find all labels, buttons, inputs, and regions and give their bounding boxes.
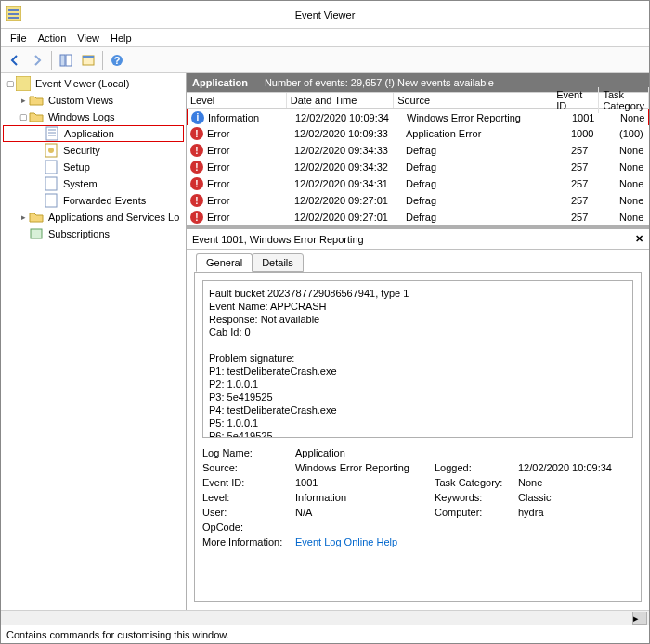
svg-rect-18	[46, 177, 57, 190]
field-label: Log Name:	[202, 447, 295, 458]
tree-system[interactable]: System	[3, 175, 184, 192]
title-bar: Event Viewer	[1, 1, 649, 29]
svg-rect-20	[31, 229, 42, 238]
folder-icon	[29, 109, 44, 124]
event-fields: Log Name: Application Source: Windows Er…	[202, 447, 633, 547]
field-value: Information	[295, 492, 435, 503]
tree-root[interactable]: ▢ Event Viewer (Local)	[3, 75, 184, 92]
menu-help[interactable]: Help	[105, 31, 137, 45]
scroll-right-icon[interactable]: ▸	[632, 612, 647, 625]
tree-forwarded[interactable]: Forwarded Events	[3, 192, 184, 209]
field-label: Task Category:	[435, 477, 518, 488]
toolbar: ?	[1, 47, 649, 73]
tree-apps-services[interactable]: ▸ Applications and Services Lo	[3, 209, 184, 225]
svg-rect-2	[8, 13, 20, 15]
log-icon	[44, 193, 58, 208]
toolbar-separator	[51, 51, 52, 70]
detail-pane: Event 1001, Windows Error Reporting ✕ Ge…	[187, 225, 649, 610]
svg-text:?: ?	[114, 55, 121, 66]
field-value: Application	[295, 447, 435, 458]
tree-custom-views[interactable]: ▸ Custom Views	[3, 92, 184, 109]
field-value: N/A	[295, 507, 435, 518]
field-value: hydra	[518, 507, 633, 518]
event-row[interactable]: !Error12/02/2020 09:34:33Defrag257None	[187, 142, 649, 159]
svg-rect-1	[8, 9, 20, 11]
tab-details[interactable]: Details	[252, 253, 304, 272]
svg-point-16	[48, 148, 54, 153]
tab-general[interactable]: General	[196, 253, 253, 272]
summary-count: Number of events: 29,657 (!) New events …	[265, 77, 494, 88]
detail-title-bar: Event 1001, Windows Error Reporting ✕	[187, 229, 649, 250]
help-button[interactable]: ?	[107, 50, 127, 71]
error-icon: !	[190, 144, 203, 157]
svg-rect-10	[16, 76, 31, 91]
toolbar-separator	[102, 51, 103, 70]
log-icon	[44, 143, 58, 158]
window-title: Event Viewer	[295, 9, 356, 20]
info-icon: i	[191, 111, 204, 124]
log-icon	[44, 176, 58, 191]
error-icon: !	[190, 211, 203, 224]
field-label: OpCode:	[202, 522, 295, 533]
back-button[interactable]	[5, 50, 25, 71]
nav-tree[interactable]: ▢ Event Viewer (Local) ▸ Custom Views ▢ …	[1, 73, 187, 610]
collapse-icon[interactable]: ▢	[5, 79, 16, 88]
menu-action[interactable]: Action	[32, 31, 72, 45]
event-row[interactable]: !Error12/02/2020 09:34:32Defrag257None	[187, 159, 649, 175]
content-pane: Application Number of events: 29,657 (!)…	[187, 73, 649, 610]
grid-header[interactable]: Level Date and Time Source Event ID Task…	[187, 92, 649, 109]
field-label: More Information:	[202, 536, 295, 547]
field-value: Windows Error Reporting	[295, 462, 435, 473]
collapse-icon[interactable]: ▢	[18, 112, 29, 122]
menu-file[interactable]: File	[5, 31, 32, 45]
folder-icon	[29, 210, 44, 225]
field-label: Keywords:	[435, 492, 518, 503]
field-value: None	[518, 477, 633, 488]
svg-rect-3	[8, 17, 20, 19]
status-bar: Contains commands for customising this w…	[1, 625, 649, 643]
col-date[interactable]: Date and Time	[287, 93, 394, 108]
field-value: 1001	[295, 477, 435, 488]
show-tree-button[interactable]	[56, 50, 76, 71]
field-value: Classic	[518, 492, 633, 503]
properties-button[interactable]	[78, 50, 98, 71]
expand-icon[interactable]: ▸	[18, 213, 29, 222]
event-row[interactable]: iInformation12/02/2020 10:09:34Windows E…	[187, 109, 649, 125]
tree-setup[interactable]: Setup	[3, 159, 184, 175]
close-icon[interactable]: ✕	[635, 233, 644, 245]
tree-windows-logs[interactable]: ▢ Windows Logs	[3, 109, 184, 125]
tree-security[interactable]: Security	[3, 142, 184, 159]
menu-view[interactable]: View	[72, 31, 105, 45]
error-icon: !	[190, 127, 203, 140]
expand-icon[interactable]: ▸	[18, 96, 29, 105]
tree-subscriptions[interactable]: Subscriptions	[3, 225, 184, 242]
event-row[interactable]: !Error12/02/2020 09:34:31Defrag257None	[187, 175, 649, 192]
subscriptions-icon	[29, 226, 44, 241]
online-help-link[interactable]: Event Log Online Help	[295, 536, 633, 547]
main-area: ▢ Event Viewer (Local) ▸ Custom Views ▢ …	[1, 73, 649, 610]
col-source[interactable]: Source	[394, 93, 552, 108]
folder-icon	[29, 93, 44, 108]
forward-button[interactable]	[27, 50, 47, 71]
event-row[interactable]: !Error12/02/2020 09:27:01Defrag257None	[187, 192, 649, 209]
svg-rect-5	[66, 55, 72, 66]
event-message[interactable]: Fault bucket 2023787729086567941, type 1…	[202, 280, 633, 438]
field-label: Logged:	[435, 462, 518, 473]
event-rows: iInformation12/02/2020 10:09:34Windows E…	[187, 109, 649, 225]
col-level[interactable]: Level	[187, 93, 287, 108]
svg-rect-4	[60, 55, 65, 66]
svg-rect-11	[46, 127, 58, 140]
log-icon	[44, 160, 58, 174]
error-icon: !	[190, 194, 203, 207]
field-label: Level:	[202, 492, 295, 503]
field-label: Event ID:	[202, 477, 295, 488]
event-row[interactable]: !Error12/02/2020 10:09:33Application Err…	[187, 125, 649, 142]
tree-hscroll[interactable]: ▸	[1, 610, 649, 625]
tree-application[interactable]: Application	[3, 125, 184, 142]
tab-body: Fault bucket 2023787729086567941, type 1…	[194, 272, 642, 602]
app-icon	[6, 6, 21, 21]
svg-rect-7	[83, 56, 94, 58]
log-icon	[45, 126, 59, 141]
svg-rect-19	[46, 194, 57, 207]
event-row[interactable]: !Error12/02/2020 09:27:01Defrag257None	[187, 209, 649, 225]
